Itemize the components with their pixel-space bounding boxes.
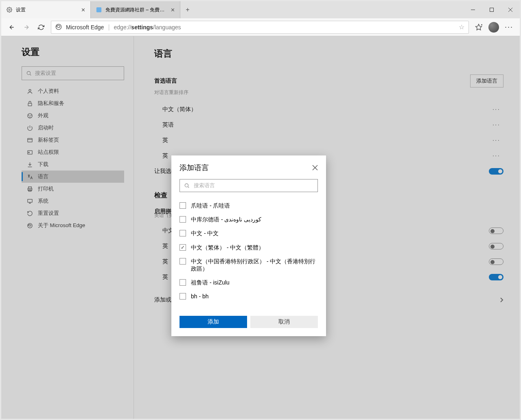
svg-rect-1 [96,7,101,12]
language-option[interactable]: 中文 - 中文 [180,226,316,240]
edge-icon [55,24,63,31]
svg-point-30 [185,184,188,187]
language-option-label: 祖鲁语 - isiZulu [191,279,230,286]
checkbox[interactable] [180,230,186,236]
svg-rect-3 [490,8,494,12]
checkbox[interactable] [180,293,186,300]
address-input[interactable]: Microsoft Edge | edge://settings/languag… [51,21,469,34]
title-bar: 设置 ✕ 免費資源網路社群 – 免費資源指… ✕ + [1,1,520,18]
language-option-label: 中文 - 中文 [191,230,219,237]
menu-button[interactable]: ··· [501,23,517,31]
back-button[interactable] [4,20,19,35]
address-brand: Microsoft Edge [66,24,104,31]
favorites-button[interactable] [471,24,486,31]
address-bar: Microsoft Edge | edge://settings/languag… [1,18,520,36]
address-url: edge://settings/languages [114,24,181,31]
dialog-add-button[interactable]: 添加 [180,316,247,328]
add-language-dialog: 添加语言 搜索语言 爪哇语 - 爪哇语中库尔德语 - کوردیی ناوەند… [171,155,326,336]
svg-marker-7 [475,24,482,30]
checkbox[interactable] [180,244,186,251]
svg-point-6 [56,24,61,29]
language-option[interactable]: 祖鲁语 - isiZulu [180,276,316,289]
language-option-label: 中库尔德语 - کوردیی ناوەندی [191,216,261,223]
language-option[interactable]: bh - bh [180,289,316,303]
minimize-button[interactable] [464,1,482,18]
gear-icon [6,7,13,13]
forward-button[interactable] [19,20,34,35]
language-option-label: 中文（繁体） - 中文（繁體） [191,244,264,251]
refresh-button[interactable] [34,20,48,35]
language-option-label: 中文（中国香港特别行政区） - 中文（香港特別行政區） [191,258,316,272]
checkbox[interactable] [180,216,186,223]
maximize-button[interactable] [482,1,501,18]
language-option-label: 爪哇语 - 爪哇语 [191,202,230,209]
dialog-title: 添加语言 [180,163,209,173]
new-tab-button[interactable]: + [180,1,195,18]
profile-avatar[interactable] [488,22,499,33]
language-option-label: bh - bh [191,293,209,300]
checkbox[interactable] [180,258,186,265]
dialog-search-input[interactable]: 搜索语言 [180,179,318,192]
dialog-language-list[interactable]: 爪哇语 - 爪哇语中库尔德语 - کوردیی ناوەندی中文 - 中文中文… [180,199,318,308]
checkbox[interactable] [180,279,186,286]
close-icon[interactable]: ✕ [169,7,176,13]
dialog-search-placeholder: 搜索语言 [194,182,215,189]
checkbox[interactable] [180,202,186,209]
favorite-icon[interactable]: ☆ [459,23,464,31]
tab-label: 免費資源網路社群 – 免費資源指… [105,7,166,13]
search-icon [184,183,190,188]
close-icon[interactable]: ✕ [80,7,86,13]
language-option[interactable]: 爪哇语 - 爪哇语 [180,199,316,212]
language-option[interactable]: 中库尔德语 - کوردیی ناوەندی [180,212,316,226]
page-icon [96,7,102,13]
language-option[interactable]: 中文（繁体） - 中文（繁體） [180,241,316,254]
tab-label: 设置 [16,7,26,13]
language-option[interactable]: 中文（中国香港特别行政区） - 中文（香港特別行政區） [180,254,316,276]
tab-settings[interactable]: 设置 ✕ [1,1,91,18]
dialog-cancel-button[interactable]: 取消 [250,316,318,328]
svg-point-0 [9,9,10,11]
dialog-close-button[interactable] [312,165,318,171]
tab-other[interactable]: 免費資源網路社群 – 免費資源指… ✕ [91,1,180,18]
close-window-button[interactable] [501,1,520,18]
svg-line-31 [188,187,189,188]
window-controls [464,1,520,18]
